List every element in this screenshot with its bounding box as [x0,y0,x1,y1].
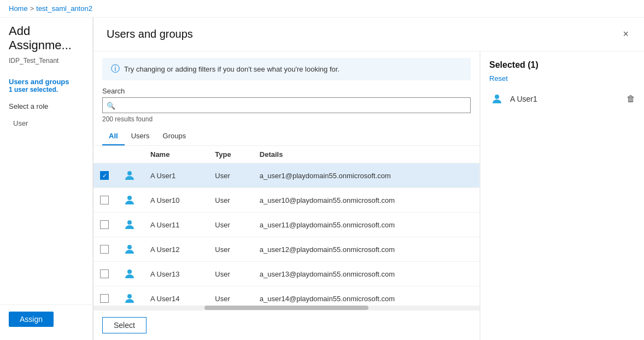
cell-type: User [208,163,253,188]
modal-close-button[interactable]: × [620,26,631,42]
sidebar-item-users-groups[interactable]: Users and groups 1 user selected. [0,73,92,98]
results-count: 200 results found [102,115,471,123]
modal-title: Users and groups [107,28,193,40]
modal-left-panel: ⓘ Try changing or adding filters if you … [93,51,480,340]
modal-body: ⓘ Try changing or adding filters if you … [93,51,644,340]
svg-point-4 [127,269,132,274]
selected-user-item: A User1 🗑 [489,87,635,111]
search-input[interactable] [102,97,471,113]
user-table-body: A User1Usera_user1@playdomain55.onmicros… [93,163,479,306]
breadcrumb-current[interactable]: test_saml_anton2 [36,4,92,13]
modal-footer: Select [93,310,479,340]
select-button[interactable]: Select [102,317,147,333]
tenant-name: IDP_Test_Tenant [0,57,92,73]
selected-user-avatar [489,91,505,107]
table-header-row: Name Type Details [93,146,479,163]
row-checkbox[interactable] [100,196,109,204]
cell-details: a_user13@playdomain55.onmicrosoft.com [253,262,479,286]
row-checkbox[interactable] [100,220,109,229]
sidebar-footer: Assign [0,304,92,333]
search-area: Search 🔍 200 results found [93,87,479,127]
search-label: Search [102,87,471,95]
cell-name: A User10 [144,188,208,213]
scroll-indicator [93,306,479,310]
table-row[interactable]: A User1Usera_user1@playdomain55.onmicros… [93,163,479,188]
assign-button[interactable]: Assign [9,312,54,327]
tab-groups[interactable]: Groups [156,127,193,145]
cell-type: User [208,262,253,286]
user-avatar [122,266,137,282]
search-input-wrap: 🔍 [102,97,471,113]
sidebar-item-select-role-label: Select a role [9,102,84,110]
svg-point-2 [127,220,132,225]
sidebar-item-user[interactable]: User [0,115,92,132]
modal-header: Users and groups × [93,17,644,51]
info-icon: ⓘ [111,63,120,75]
col-name: Name [144,146,208,163]
breadcrumb: Home > test_saml_anton2 [0,0,644,17]
reset-link[interactable]: Reset [489,74,635,83]
tab-users[interactable]: Users [125,127,156,145]
cell-name: A User1 [144,163,208,188]
cell-name: A User11 [144,213,208,237]
users-groups-badge: 1 user selected. [9,86,84,93]
sidebar-item-users-groups-label: Users and groups [9,78,84,86]
table-row[interactable]: A User10Usera_user10@playdomain55.onmicr… [93,188,479,213]
breadcrumb-home[interactable]: Home [9,4,28,13]
selected-user-name: A User1 [510,95,621,103]
table-row[interactable]: A User11Usera_user11@playdomain55.onmicr… [93,213,479,237]
cell-type: User [208,213,253,237]
col-check [93,146,115,163]
cell-name: A User13 [144,262,208,286]
search-icon: 🔍 [107,101,115,109]
svg-point-3 [127,245,132,249]
tab-all[interactable]: All [102,127,125,145]
svg-point-6 [495,95,499,99]
table-row[interactable]: A User13Usera_user13@playdomain55.onmicr… [93,262,479,286]
table-row[interactable]: A User14Usera_user14@playdomain55.onmicr… [93,286,479,306]
col-details: Details [253,146,479,163]
info-banner: ⓘ Try changing or adding filters if you … [102,58,471,80]
svg-point-5 [127,294,132,298]
selected-users-list: A User1 🗑 [489,87,635,111]
cell-type: User [208,188,253,213]
row-checkbox[interactable] [100,269,109,278]
col-avatar [115,146,144,163]
cell-details: a_user12@playdomain55.onmicrosoft.com [253,237,479,262]
cell-type: User [208,286,253,306]
user-table-container: Name Type Details A User1Usera_user1@pla… [93,146,479,306]
row-checkbox[interactable] [100,245,109,254]
tabs: All Users Groups [93,127,479,146]
col-type: Type [208,146,253,163]
page-title: Add Assignme... [0,24,92,57]
svg-point-1 [127,196,132,200]
breadcrumb-separator: > [30,4,34,13]
user-avatar [122,242,137,257]
scroll-thumb[interactable] [204,306,368,310]
table-row[interactable]: A User12Usera_user12@playdomain55.onmicr… [93,237,479,262]
user-avatar [122,192,137,208]
user-avatar [122,168,137,183]
row-checkbox[interactable] [100,171,109,180]
selected-panel: Selected (1) Reset A User1 🗑 [480,51,644,340]
cell-details: a_user10@playdomain55.onmicrosoft.com [253,188,479,213]
row-checkbox[interactable] [100,294,109,303]
svg-point-0 [127,171,132,175]
user-avatar [122,217,137,232]
sidebar: Add Assignme... IDP_Test_Tenant Users an… [0,17,93,340]
cell-details: a_user14@playdomain55.onmicrosoft.com [253,286,479,306]
sidebar-item-user-label: User [13,119,84,127]
cell-details: a_user11@playdomain55.onmicrosoft.com [253,213,479,237]
cell-details: a_user1@playdomain55.onmicrosoft.com [253,163,479,188]
cell-type: User [208,237,253,262]
info-banner-text: Try changing or adding filters if you do… [124,65,339,73]
cell-name: A User12 [144,237,208,262]
modal-panel: Users and groups × ⓘ Try changing or add… [93,17,644,340]
sidebar-item-select-role[interactable]: Select a role [0,98,92,115]
remove-user-button[interactable]: 🗑 [627,94,635,104]
cell-name: A User14 [144,286,208,306]
user-avatar [122,291,137,306]
user-table: Name Type Details A User1Usera_user1@pla… [93,146,479,306]
selected-header: Selected (1) [489,60,635,70]
